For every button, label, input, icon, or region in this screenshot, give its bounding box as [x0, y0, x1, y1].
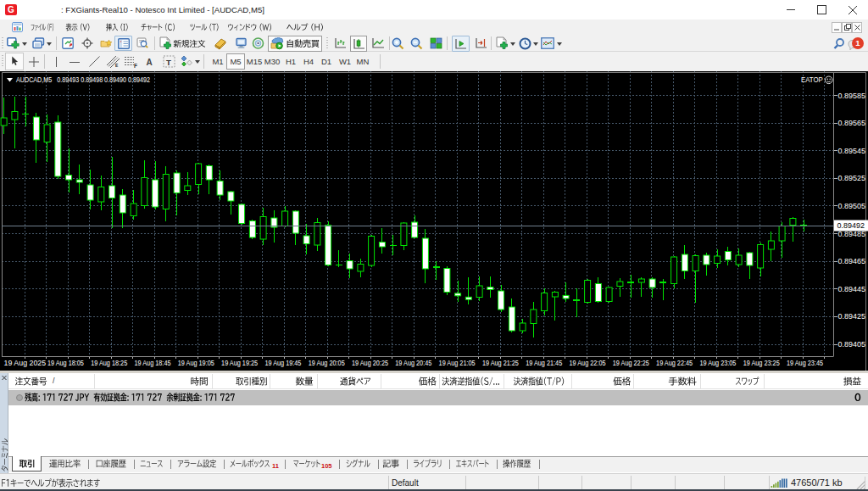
- svg-text:0.89525: 0.89525: [838, 174, 866, 182]
- svg-text:19 Aug 22:25: 19 Aug 22:25: [613, 359, 649, 367]
- svg-text:19 Aug 23:45: 19 Aug 23:45: [787, 359, 823, 367]
- svg-text:0.89465: 0.89465: [838, 257, 866, 265]
- svg-text:19 Aug 22:45: 19 Aug 22:45: [656, 359, 693, 367]
- svg-text:19 Aug 19:05: 19 Aug 19:05: [178, 359, 214, 367]
- svg-text:T: T: [166, 58, 171, 67]
- svg-text:19 Aug 2025: 19 Aug 2025: [4, 359, 47, 367]
- svg-text:AUDCAD,M5 0.89493 0.89498 0.: AUDCAD,M5 0.89493 0.89498 0.89490 0.8949…: [16, 75, 150, 84]
- svg-text:19 Aug 19:25: 19 Aug 19:25: [221, 359, 258, 367]
- svg-text:0.89585: 0.89585: [838, 92, 866, 100]
- svg-text:0.89425: 0.89425: [838, 312, 866, 321]
- svg-text:19 Aug 21:05: 19 Aug 21:05: [439, 359, 476, 367]
- svg-text:19 Aug 18:45: 19 Aug 18:45: [135, 359, 171, 367]
- svg-text:19 Aug 23:05: 19 Aug 23:05: [699, 359, 736, 367]
- svg-text:0.89565: 0.89565: [838, 119, 866, 127]
- svg-text:19 Aug 18:25: 19 Aug 18:25: [91, 359, 127, 367]
- svg-text:19 Aug 20:45: 19 Aug 20:45: [395, 359, 431, 367]
- svg-text:19 Aug 20:05: 19 Aug 20:05: [309, 359, 345, 367]
- svg-text:19 Aug 20:25: 19 Aug 20:25: [352, 359, 388, 367]
- svg-text:19 Aug 23:25: 19 Aug 23:25: [743, 359, 780, 367]
- svg-text:19 Aug 21:25: 19 Aug 21:25: [482, 359, 519, 367]
- svg-text:0.89505: 0.89505: [838, 202, 866, 210]
- svg-text:19 Aug 18:05: 19 Aug 18:05: [47, 359, 84, 367]
- svg-text:19 Aug 21:45: 19 Aug 21:45: [526, 359, 562, 367]
- svg-text:19 Aug 22:05: 19 Aug 22:05: [570, 359, 606, 367]
- svg-text:0.89492: 0.89492: [837, 221, 865, 230]
- svg-text:EATOP: EATOP: [801, 76, 823, 84]
- svg-text:0.89545: 0.89545: [838, 147, 866, 155]
- svg-text:0.89405: 0.89405: [838, 340, 866, 349]
- svg-text:E: E: [115, 63, 119, 68]
- svg-text:0.89445: 0.89445: [838, 285, 866, 293]
- svg-text:F: F: [134, 63, 137, 69]
- svg-text:19 Aug 19:45: 19 Aug 19:45: [264, 359, 301, 367]
